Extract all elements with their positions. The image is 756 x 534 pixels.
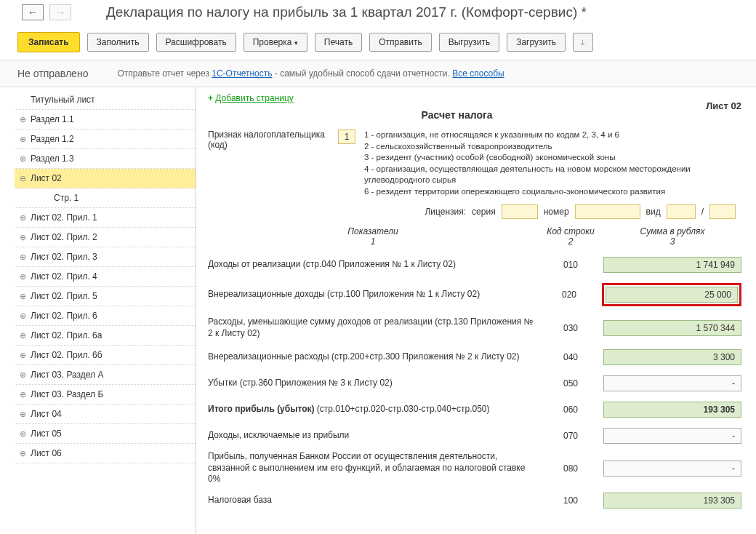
page-title: Декларация по налогу на прибыль за 1 ква…	[106, 4, 587, 20]
expand-icon[interactable]: ⊕	[19, 390, 26, 399]
link-1c-reporting[interactable]: 1С-Отчетность	[212, 68, 272, 79]
expand-icon[interactable]: ⊕	[19, 154, 26, 164]
expand-icon[interactable]: ⊕	[19, 410, 26, 419]
sidebar-item-sheet04[interactable]: ⊕Лист 04	[15, 405, 196, 424]
value-010[interactable]: 1 741 949	[603, 257, 741, 273]
sidebar-item-sheet06[interactable]: ⊕Лист 06	[15, 444, 196, 463]
sidebar-item-title[interactable]: Титульный лист	[15, 90, 196, 110]
column-headers: Показатели1 Код строки2 Сумма в рублях3	[208, 226, 741, 247]
content: + Добавить страницу Лист 02 Расчет налог…	[196, 87, 756, 534]
sidebar-item-sheet02-app6a[interactable]: ⊕Лист 02. Прил. 6а	[15, 326, 196, 346]
expand-icon[interactable]: ⊕	[19, 115, 26, 124]
expand-icon[interactable]: ⊕	[19, 252, 26, 262]
table-row: Внереализационные расходы (стр.200+стр.3…	[208, 349, 741, 365]
value-070[interactable]: -	[603, 428, 741, 444]
table-row: Итого прибыль (убыток) (стр.010+стр.020-…	[208, 402, 741, 418]
sidebar-item-section-1-1[interactable]: ⊕Раздел 1.1	[15, 110, 196, 129]
add-page-link[interactable]: + Добавить страницу	[208, 93, 294, 103]
license-kind-input[interactable]	[667, 204, 696, 219]
sidebar-item-sheet02-app3[interactable]: ⊕Лист 02. Прил. 3	[15, 247, 196, 267]
table-row: Расходы, уменьшающие сумму доходов от ре…	[208, 316, 741, 339]
sheet-label: Лист 02	[706, 100, 741, 111]
fill-button[interactable]: Заполнить	[87, 33, 149, 52]
link-all-methods[interactable]: Все способы	[452, 68, 504, 79]
export-button[interactable]: Выгрузить	[439, 33, 500, 52]
expand-icon[interactable]: ⊕	[19, 272, 26, 282]
sidebar-item-sheet03-b[interactable]: ⊕Лист 03. Раздел Б	[15, 385, 196, 405]
collapse-icon[interactable]: ⊖	[19, 174, 26, 183]
value-020[interactable]: 25 000	[606, 287, 738, 303]
sidebar-item-section-1-3[interactable]: ⊕Раздел 1.3	[15, 149, 196, 169]
table-row: Налоговая база 100 193 305	[208, 493, 741, 509]
save-button[interactable]: Записать	[17, 32, 80, 52]
expand-icon[interactable]: ⊕	[19, 370, 26, 380]
sidebar-item-sheet02-app2[interactable]: ⊕Лист 02. Прил. 2	[15, 228, 196, 247]
expand-icon[interactable]: ⊕	[19, 331, 26, 340]
value-060[interactable]: 193 305	[603, 402, 741, 418]
expand-icon[interactable]: ⊕	[19, 292, 26, 301]
taxpayer-code-input[interactable]: 1	[338, 129, 355, 144]
send-status: Не отправлено	[10, 68, 88, 79]
expand-icon[interactable]: ⊕	[19, 135, 26, 144]
check-button[interactable]: Проверка ▾	[244, 33, 307, 52]
send-button[interactable]: Отправить	[369, 33, 432, 52]
section-title: Расчет налога	[208, 109, 741, 121]
value-040[interactable]: 3 300	[603, 349, 741, 365]
sidebar-item-sheet02-app4[interactable]: ⊕Лист 02. Прил. 4	[15, 267, 196, 287]
back-button[interactable]: ←	[22, 4, 44, 20]
sidebar-item-sheet05[interactable]: ⊕Лист 05	[15, 424, 196, 444]
forward-button[interactable]: →	[49, 4, 71, 20]
table-row: Доходы от реализации (стр.040 Приложения…	[208, 257, 741, 273]
sidebar-item-page-1[interactable]: Стр. 1	[15, 188, 196, 208]
toolbar: Записать Заполнить Расшифровать Проверка…	[0, 29, 756, 60]
expand-icon[interactable]: ⊕	[19, 213, 26, 223]
sidebar-item-sheet03-a[interactable]: ⊕Лист 03. Раздел А	[15, 365, 196, 385]
value-080[interactable]: -	[603, 461, 741, 477]
status-bar: Не отправлено Отправьте отчет через 1С-О…	[0, 60, 756, 87]
value-030[interactable]: 1 570 344	[603, 320, 741, 336]
import-button[interactable]: Загрузить	[507, 33, 566, 52]
value-100[interactable]: 193 305	[603, 493, 741, 509]
value-050[interactable]: -	[603, 375, 741, 391]
table-row: Доходы, исключаемые из прибыли 070 -	[208, 428, 741, 444]
expand-icon[interactable]: ⊕	[19, 351, 26, 360]
license-series-input[interactable]	[502, 204, 538, 219]
sidebar: Титульный лист ⊕Раздел 1.1 ⊕Раздел 1.2 ⊕…	[0, 87, 196, 534]
expand-icon[interactable]: ⊕	[19, 311, 26, 321]
sidebar-item-sheet02-app6[interactable]: ⊕Лист 02. Прил. 6	[15, 306, 196, 326]
sidebar-item-sheet02-app1[interactable]: ⊕Лист 02. Прил. 1	[15, 208, 196, 228]
sidebar-item-sheet-02[interactable]: ⊖Лист 02	[15, 169, 196, 188]
sidebar-item-sheet02-app5[interactable]: ⊕Лист 02. Прил. 5	[15, 287, 196, 306]
table-row: Убытки (стр.360 Приложения № 3 к Листу 0…	[208, 375, 741, 391]
decode-button[interactable]: Расшифровать	[156, 33, 236, 52]
expand-icon[interactable]: ⊕	[19, 233, 26, 242]
taxpayer-code-legend: 1 - организация, не относящаяся к указан…	[364, 129, 741, 197]
sidebar-item-sheet02-app6b[interactable]: ⊕Лист 02. Прил. 6б	[15, 346, 196, 365]
table-row: Прибыль, полученная Банком России от осу…	[208, 451, 741, 485]
sidebar-item-section-1-2[interactable]: ⊕Раздел 1.2	[15, 129, 196, 149]
print-button[interactable]: Печать	[315, 33, 362, 52]
license-extra-input[interactable]	[709, 204, 736, 219]
attach-button[interactable]: ⫰	[573, 33, 593, 52]
table-row: Внереализационные доходы (стр.100 Прилож…	[208, 283, 741, 306]
taxpayer-label: Признак налогоплательщика (код)	[208, 129, 332, 150]
paperclip-icon: ⫰	[581, 37, 585, 47]
expand-icon[interactable]: ⊕	[19, 429, 26, 439]
expand-icon[interactable]: ⊕	[19, 449, 26, 458]
highlighted-value: 25 000	[602, 283, 741, 306]
license-number-input[interactable]	[575, 204, 640, 219]
